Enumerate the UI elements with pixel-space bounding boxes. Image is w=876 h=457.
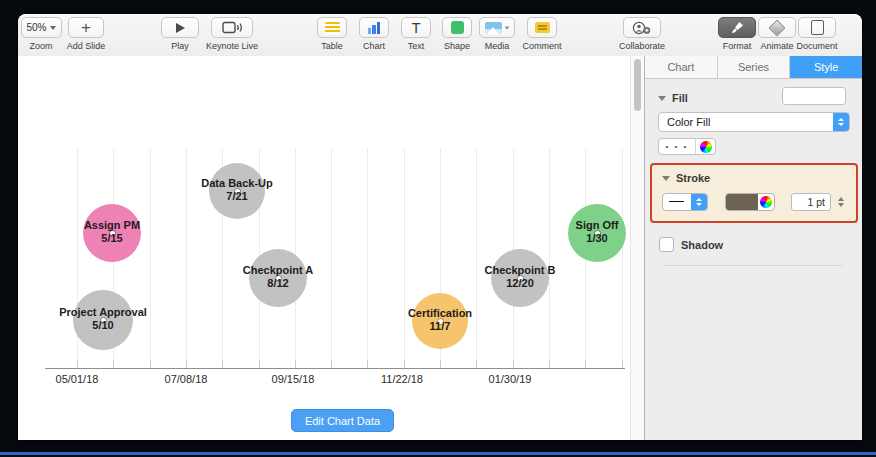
document-button[interactable] bbox=[798, 17, 836, 38]
x-axis-label: 01/30/19 bbox=[470, 373, 550, 385]
media-photo-icon bbox=[485, 22, 502, 34]
bubble-label: Checkpoint A8/12 bbox=[203, 264, 353, 290]
chart-button[interactable] bbox=[359, 17, 389, 38]
diamond-icon bbox=[769, 19, 786, 36]
document-control[interactable]: Document bbox=[788, 17, 846, 51]
shape-icon bbox=[451, 21, 464, 34]
axis-tick bbox=[222, 360, 223, 368]
fill-type-dropdown[interactable]: Color Fill bbox=[658, 112, 850, 132]
bubble-label: Data Back-Up7/21 bbox=[162, 177, 312, 203]
play-control[interactable]: Play bbox=[160, 17, 200, 51]
keynote-live-control[interactable]: Keynote Live bbox=[200, 17, 264, 51]
add-slide-label: Add Slide bbox=[61, 41, 111, 51]
shape-control[interactable]: Shape bbox=[439, 17, 475, 51]
add-slide-button[interactable]: + bbox=[68, 17, 104, 38]
disclosure-triangle-icon[interactable] bbox=[662, 176, 670, 181]
table-icon bbox=[325, 22, 340, 34]
bubble-label: Certification11/7 bbox=[365, 307, 515, 333]
document-label: Document bbox=[788, 41, 846, 51]
stroke-color-wheel-button[interactable] bbox=[758, 194, 774, 210]
zoom-control[interactable]: 50% Zoom bbox=[19, 17, 63, 51]
text-label: Text bbox=[398, 41, 434, 51]
canvas-scrollbar[interactable] bbox=[630, 56, 645, 440]
axis-tick bbox=[404, 360, 405, 368]
chart-control[interactable]: Chart bbox=[356, 17, 392, 51]
plus-icon: + bbox=[81, 21, 91, 35]
disclosure-triangle-icon[interactable] bbox=[658, 96, 666, 101]
zoom-value: 50% bbox=[26, 22, 46, 33]
stroke-section-highlighted: Stroke 1 pt bbox=[650, 163, 858, 223]
tab-chart[interactable]: Chart bbox=[645, 56, 718, 78]
text-control[interactable]: T Text bbox=[398, 17, 434, 51]
fill-dots-button[interactable]: • • • bbox=[659, 139, 696, 154]
add-slide-control[interactable]: + Add Slide bbox=[61, 17, 111, 51]
dropdown-stepper-icon[interactable] bbox=[833, 113, 849, 131]
text-button[interactable]: T bbox=[401, 17, 431, 38]
axis-tick bbox=[622, 360, 623, 368]
tab-series[interactable]: Series bbox=[718, 56, 791, 78]
comment-icon bbox=[535, 22, 550, 33]
keynote-live-button[interactable] bbox=[211, 17, 253, 38]
shadow-checkbox[interactable] bbox=[659, 237, 674, 252]
sidebar-tab-bar: Chart Series Style bbox=[645, 56, 862, 79]
table-label: Table bbox=[314, 41, 350, 51]
gridline bbox=[367, 148, 368, 368]
gridline bbox=[622, 148, 623, 368]
toolbar: 50% Zoom + Add Slide Play bbox=[18, 14, 862, 57]
stroke-color-well[interactable] bbox=[725, 193, 775, 211]
keynote-live-label: Keynote Live bbox=[200, 41, 264, 51]
axis-tick bbox=[150, 360, 151, 368]
broadcast-display-icon bbox=[222, 21, 242, 34]
axis-tick bbox=[367, 360, 368, 368]
fill-options-control[interactable]: • • • bbox=[658, 138, 716, 155]
scrollbar-thumb[interactable] bbox=[634, 59, 641, 111]
zoom-dropdown[interactable]: 50% bbox=[21, 17, 62, 38]
media-control[interactable]: Media bbox=[477, 17, 517, 51]
gridline bbox=[150, 148, 151, 368]
table-button[interactable] bbox=[317, 17, 347, 38]
shadow-label: Shadow bbox=[681, 239, 723, 251]
line-style-preview bbox=[663, 194, 691, 210]
fill-color-wheel-button[interactable] bbox=[696, 139, 715, 154]
stroke-width-field[interactable]: 1 pt bbox=[791, 193, 831, 211]
slide-canvas[interactable]: 05/01/1807/08/1809/15/1811/22/1801/30/19… bbox=[18, 56, 630, 440]
shape-label: Shape bbox=[439, 41, 475, 51]
edit-chart-data-button[interactable]: Edit Chart Data bbox=[291, 409, 394, 432]
stroke-current-color bbox=[726, 194, 758, 210]
color-wheel-icon bbox=[700, 141, 712, 153]
stroke-controls-row: 1 pt bbox=[662, 192, 848, 211]
chevron-down-icon bbox=[50, 26, 56, 30]
tab-style[interactable]: Style bbox=[790, 56, 862, 78]
stroke-width-stepper[interactable] bbox=[835, 193, 846, 211]
play-button[interactable] bbox=[161, 17, 199, 38]
stroke-line-style-dropdown[interactable] bbox=[662, 193, 708, 211]
collaborate-label: Collaborate bbox=[614, 41, 670, 51]
bar-chart-icon bbox=[368, 21, 381, 34]
axis-tick bbox=[331, 360, 332, 368]
desktop-accent-line bbox=[0, 452, 876, 455]
table-control[interactable]: Table bbox=[314, 17, 350, 51]
bubble-label: Checkpoint B12/20 bbox=[445, 264, 595, 290]
stroke-label: Stroke bbox=[676, 172, 710, 184]
comment-button[interactable] bbox=[527, 17, 557, 38]
x-axis-label: 07/08/18 bbox=[146, 373, 226, 385]
comment-control[interactable]: Comment bbox=[518, 17, 566, 51]
gridline bbox=[404, 148, 405, 368]
zoom-label: Zoom bbox=[19, 41, 63, 51]
media-button[interactable] bbox=[479, 17, 515, 38]
shadow-section[interactable]: Shadow bbox=[659, 237, 723, 252]
stroke-section-header[interactable]: Stroke bbox=[662, 172, 710, 184]
shape-button[interactable] bbox=[442, 17, 472, 38]
x-axis-label: 09/15/18 bbox=[253, 373, 333, 385]
format-sidebar: Chart Series Style Fill Color Fill • • • bbox=[645, 56, 862, 440]
gridline bbox=[476, 148, 477, 368]
axis-tick bbox=[549, 360, 550, 368]
axis-tick bbox=[476, 360, 477, 368]
chevron-down-icon bbox=[504, 26, 509, 29]
fill-color-well[interactable] bbox=[782, 87, 846, 105]
dropdown-stepper-icon[interactable] bbox=[691, 194, 707, 210]
collaborate-control[interactable]: Collaborate bbox=[614, 17, 670, 51]
play-icon bbox=[176, 23, 185, 33]
collaborate-button[interactable] bbox=[623, 17, 661, 38]
media-label: Media bbox=[477, 41, 517, 51]
